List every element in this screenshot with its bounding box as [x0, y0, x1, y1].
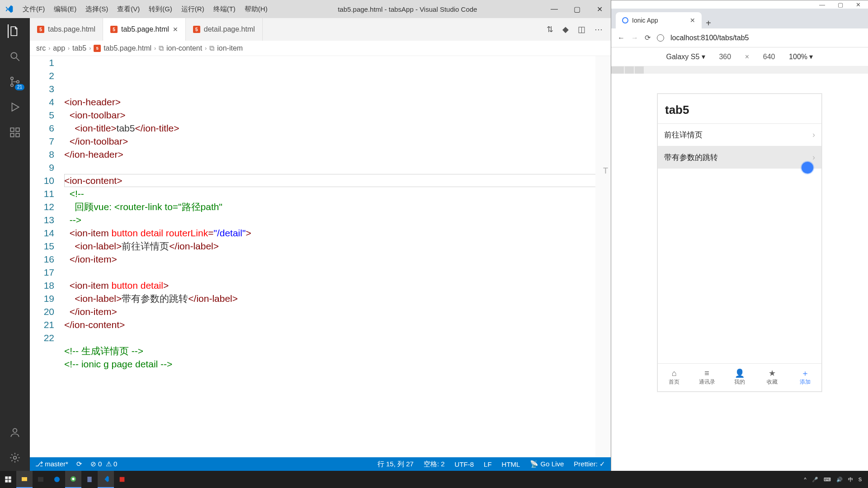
html-file-icon: 5 — [193, 26, 200, 33]
ion-tab-button[interactable]: ≡通讯录 — [690, 364, 723, 391]
device-selector[interactable]: Galaxy S5 ▾ — [666, 52, 705, 61]
run-debug-icon[interactable] — [8, 100, 22, 114]
svg-point-1 — [11, 77, 13, 80]
menu-item[interactable]: 终端(T) — [209, 3, 240, 15]
viewport-width[interactable]: 360 — [712, 52, 738, 62]
taskbar-app-explorer[interactable] — [16, 471, 33, 488]
browser-window-controls: ― ▢ ✕ — [611, 0, 868, 9]
taskbar-app-edge[interactable] — [49, 471, 65, 488]
editor-tab[interactable]: 5detail.page.html — [186, 18, 263, 41]
tab-label: 通讯录 — [699, 378, 715, 386]
sync-icon[interactable]: ⟳ — [76, 460, 82, 468]
split-editor-icon[interactable]: ◫ — [578, 24, 585, 34]
svg-rect-19 — [87, 477, 91, 482]
taskbar-app-chrome[interactable] — [65, 471, 81, 488]
browser-tab[interactable]: Ionic App ✕ — [616, 12, 702, 28]
close-button[interactable]: ✕ — [588, 0, 611, 18]
ion-tab-button[interactable]: ⌂首页 — [658, 364, 690, 391]
code-content[interactable]: <ion-header> <ion-toolbar> <ion-title>ta… — [64, 56, 611, 457]
breadcrumb-segment[interactable]: ion-item — [217, 44, 243, 52]
run-icon[interactable]: ◆ — [562, 24, 569, 34]
ion-tab-button[interactable]: ＋添加 — [789, 364, 821, 391]
reload-button[interactable]: ⟳ — [645, 33, 651, 42]
extensions-icon[interactable] — [8, 126, 22, 139]
close-tab-icon[interactable]: ✕ — [690, 17, 695, 24]
prettier-status[interactable]: Prettier: ✓ — [574, 460, 605, 468]
svg-rect-15 — [38, 477, 43, 482]
breadcrumb-segment[interactable]: tab5 — [72, 44, 86, 52]
tray-icon[interactable]: 🎤 — [812, 477, 818, 483]
breadcrumb-segment[interactable]: ion-content — [166, 44, 202, 52]
tray-icon[interactable]: S — [859, 477, 862, 482]
tab-label: 首页 — [669, 378, 679, 386]
ion-item[interactable]: 带有参数的跳转› — [658, 146, 821, 169]
more-icon[interactable]: ⋯ — [594, 24, 603, 34]
ion-tab-button[interactable]: 👤我的 — [723, 364, 756, 391]
menu-item[interactable]: 编辑(E) — [49, 3, 81, 15]
accounts-icon[interactable] — [8, 426, 22, 439]
tray-icon[interactable]: 中 — [848, 476, 853, 483]
back-button[interactable]: ← — [618, 34, 625, 42]
minimize-button[interactable]: ― — [543, 0, 566, 18]
editor-tab[interactable]: 5tabs.page.html — [30, 18, 103, 41]
tray-icon[interactable]: 🔊 — [836, 477, 843, 483]
indentation[interactable]: 空格: 2 — [424, 460, 445, 469]
address-bar[interactable]: localhost:8100/tabs/tab5 — [670, 34, 749, 42]
viewport-height[interactable]: 640 — [756, 52, 782, 62]
code-editor[interactable]: 12345678910111213141516171819202122 <ion… — [30, 56, 611, 457]
svg-point-9 — [14, 456, 17, 460]
close-tab-icon[interactable]: ✕ — [173, 26, 178, 33]
svg-rect-14 — [22, 477, 27, 481]
ion-item[interactable]: 前往详情页› — [658, 123, 821, 146]
forward-button[interactable]: → — [631, 34, 638, 42]
minimize-button[interactable]: ― — [819, 1, 825, 8]
language-mode[interactable]: HTML — [502, 460, 520, 468]
minimap[interactable]: T — [595, 56, 611, 457]
git-branch[interactable]: ⎇ master* — [35, 460, 68, 468]
encoding[interactable]: UTF-8 — [455, 460, 474, 468]
eol[interactable]: LF — [484, 460, 492, 468]
breadcrumb-segment[interactable]: tab5.page.html — [104, 44, 151, 52]
start-button[interactable] — [0, 471, 16, 488]
menu-item[interactable]: 帮助(H) — [240, 3, 272, 15]
page-title: tab5 — [658, 94, 821, 123]
menu-item[interactable]: 查看(V) — [113, 3, 144, 15]
cursor-position[interactable]: 行 15, 列 27 — [377, 460, 414, 469]
problems[interactable]: ⊘ 0 ⚠ 0 — [90, 460, 117, 468]
tab-icon: ★ — [769, 369, 776, 377]
compare-icon[interactable]: ⇅ — [547, 24, 553, 34]
site-info-icon[interactable] — [657, 34, 664, 42]
status-bar: ⎇ master* ⟳ ⊘ 0 ⚠ 0 行 15, 列 27 空格: 2 UTF… — [30, 457, 611, 471]
editor-tabs: 5tabs.page.html5tab5.page.html✕5detail.p… — [30, 18, 611, 41]
ion-tab-button[interactable]: ★收藏 — [756, 364, 788, 391]
system-tray[interactable]: ^🎤⌨🔊中S — [797, 476, 868, 483]
browser-tabs: Ionic App ✕ + — [611, 9, 868, 28]
go-live[interactable]: 📡 Go Live — [530, 460, 564, 468]
tray-icon[interactable]: ⌨ — [824, 477, 831, 483]
close-button[interactable]: ✕ — [856, 1, 861, 8]
taskbar-app-vscode[interactable] — [98, 471, 114, 488]
breadcrumb-segment[interactable]: app — [53, 44, 65, 52]
symbol-icon: ⧉ — [159, 44, 164, 52]
zoom-selector[interactable]: 100% ▾ — [789, 52, 813, 61]
search-icon[interactable] — [8, 50, 22, 63]
breadcrumb-segment[interactable]: src — [36, 44, 46, 52]
maximize-button[interactable]: ▢ — [566, 0, 588, 18]
editor-tab[interactable]: 5tab5.page.html✕ — [103, 18, 186, 41]
explorer-icon[interactable] — [8, 24, 21, 38]
new-tab-button[interactable]: + — [702, 18, 715, 28]
settings-gear-icon[interactable] — [8, 451, 22, 465]
menu-item[interactable]: 运行(R) — [177, 3, 209, 15]
menu-item[interactable]: 转到(G) — [144, 3, 177, 15]
menu-item[interactable]: 选择(S) — [81, 3, 113, 15]
taskbar-app-notepad[interactable] — [81, 471, 98, 488]
source-control-icon[interactable]: 21 — [8, 75, 22, 89]
maximize-button[interactable]: ▢ — [838, 1, 843, 8]
taskbar-app-wps[interactable] — [114, 471, 130, 488]
menu-item[interactable]: 文件(F) — [18, 3, 49, 15]
svg-rect-5 — [16, 128, 19, 131]
breadcrumb[interactable]: src›app›tab5›5tab5.page.html›⧉ion-conten… — [30, 41, 611, 56]
taskbar-app-terminal[interactable] — [33, 471, 49, 488]
tray-icon[interactable]: ^ — [804, 477, 806, 482]
windows-taskbar: ^🎤⌨🔊中S — [0, 471, 868, 488]
